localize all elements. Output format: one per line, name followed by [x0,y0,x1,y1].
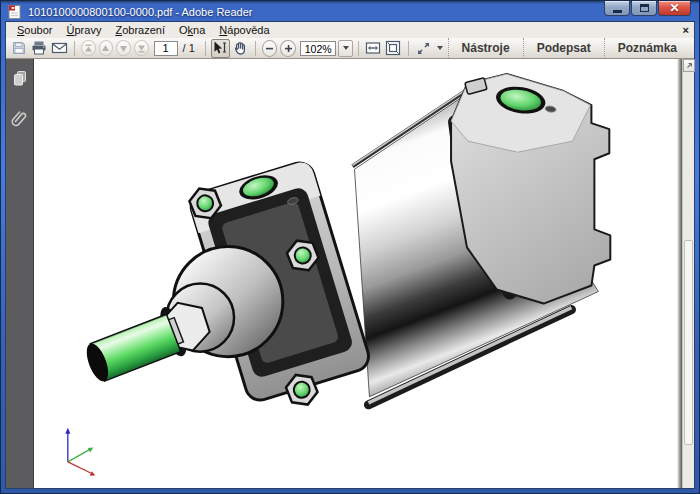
email-icon [51,40,68,56]
scrollbar-thumb[interactable] [684,240,693,445]
hand-tool-button[interactable] [231,39,250,58]
toolbar: / 1 [6,38,694,59]
menu-okna[interactable]: Okna [172,23,212,37]
toolbar-separator [205,41,206,56]
last-page-button[interactable] [134,40,149,56]
window-controls: ✕ [604,1,691,16]
select-tool-icon [212,40,228,56]
menu-bar: Soubor Úpravy Zobrazení Okna Nápověda × [6,22,694,38]
attachments-icon [10,108,30,128]
reading-mode-icon [416,41,431,56]
zoom-level-value[interactable]: 102% [300,41,336,56]
scrollbar-rail[interactable] [682,59,694,488]
menu-zobrazeni[interactable]: Zobrazení [108,23,172,37]
attachments-button[interactable] [9,106,31,130]
next-page-button[interactable] [116,40,131,56]
zoom-level-dropdown[interactable] [338,40,353,57]
fit-page-icon [385,40,401,56]
piston-rod [82,314,180,384]
scrollbar-track[interactable] [683,72,694,488]
last-page-icon [137,44,146,53]
toolbar-separator [74,41,75,56]
minimize-icon [613,10,622,13]
menu-napoveda[interactable]: Nápověda [212,23,276,37]
reading-mode-button[interactable] [414,39,433,58]
toolbar-more-button[interactable] [434,39,447,58]
menu-soubor[interactable]: Soubor [10,23,60,37]
previous-page-icon [101,44,110,53]
page-thumbnails-button[interactable] [9,66,31,90]
axis-triad [65,428,95,476]
poznamka-button[interactable]: Poznámka [604,38,690,58]
email-button[interactable] [50,39,69,58]
navigation-pane-strip [6,59,34,488]
minimize-button[interactable] [604,1,630,16]
content-area [6,59,694,488]
zoom-out-icon [265,44,274,53]
diagonal-arrow-icon [685,61,694,70]
first-page-icon [84,44,93,53]
fit-page-button[interactable] [384,39,403,58]
cylinder-3d-model[interactable] [34,59,677,488]
toolbar-separator [358,41,359,56]
title-bar: 1010100000800100-0000.pdf - Adobe Reader… [1,1,699,22]
page-thumbnails-icon [11,69,29,87]
print-icon [31,40,47,56]
toolbar-separator [255,41,256,56]
close-button[interactable]: ✕ [658,1,691,16]
maximize-icon [640,4,649,12]
document-page[interactable] [34,59,677,488]
maximize-button[interactable] [631,1,657,16]
save-icon [11,40,27,56]
scroll-options-button[interactable] [683,59,695,72]
nastroje-button[interactable]: Nástroje [448,38,523,58]
zoom-in-icon [284,44,293,53]
more-options-chevron [437,46,443,50]
menu-upravy[interactable]: Úpravy [60,23,109,37]
toolbar-separator [408,41,409,56]
page-count-label: / 1 [183,42,195,54]
zoom-out-button[interactable] [262,40,278,57]
toolbar-right-actions: Nástroje Podepsat Poznámka [448,38,690,58]
page-number-input[interactable] [154,41,178,56]
podepsat-button[interactable]: Podepsat [523,38,604,58]
fit-width-button[interactable] [364,39,383,58]
adobe-reader-window: 1010100000800100-0000.pdf - Adobe Reader… [0,0,700,494]
print-button[interactable] [30,39,49,58]
menubar-close-icon[interactable]: × [683,25,689,36]
first-page-button[interactable] [81,40,96,56]
hand-tool-icon [232,40,248,56]
close-icon: ✕ [669,2,679,14]
fit-width-icon [365,40,381,56]
previous-page-button[interactable] [99,40,114,56]
adobe-reader-pdf-icon [8,5,22,19]
chevron-down-icon [343,46,349,50]
client-area: Soubor Úpravy Zobrazení Okna Nápověda × [6,22,694,488]
select-tool-button[interactable] [211,39,230,58]
save-button[interactable] [10,39,29,58]
zoom-in-button[interactable] [280,40,296,57]
next-page-icon [119,44,128,53]
window-title: 1010100000800100-0000.pdf - Adobe Reader [28,6,252,18]
